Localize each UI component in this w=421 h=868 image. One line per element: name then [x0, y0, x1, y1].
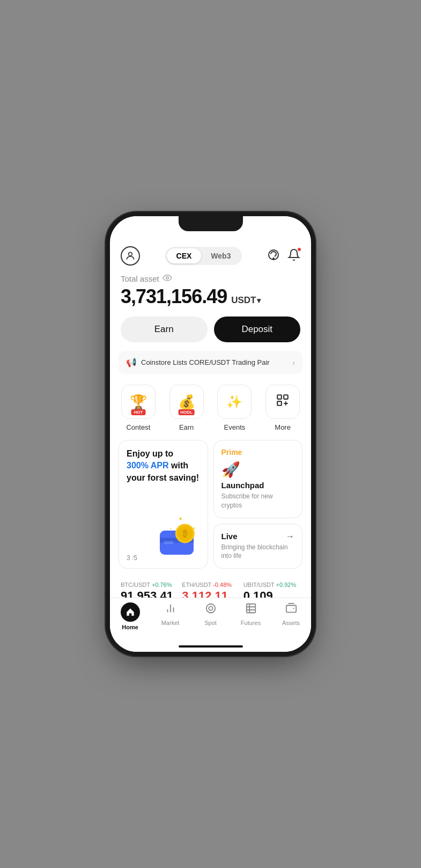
- earn-icon: 💰: [178, 394, 195, 410]
- eth-pair: ETH/USDT -0.48%: [182, 582, 239, 588]
- assets-nav-label: Assets: [282, 620, 300, 626]
- events-label: Events: [224, 423, 246, 431]
- svg-rect-6: [277, 401, 282, 406]
- svg-rect-5: [284, 395, 288, 399]
- svg-rect-4: [277, 395, 282, 399]
- announcement-text: Coinstore Lists CORE/USDT Trading Pair: [141, 358, 270, 366]
- btc-pair: BTC/USDT +0.76%: [121, 582, 178, 588]
- hodl-badge: HODL: [178, 409, 195, 415]
- svg-point-3: [166, 277, 168, 279]
- contest-icon-item[interactable]: 🏆 HOT Contest: [121, 385, 156, 431]
- home-indicator: [110, 641, 311, 652]
- btc-change: +0.76%: [152, 582, 172, 588]
- svg-text:✦: ✦: [169, 527, 172, 530]
- asset-amount-value: 3,731,156.49: [121, 285, 227, 308]
- btc-ticker[interactable]: BTC/USDT +0.76% 91,953.41: [119, 582, 180, 598]
- currency-dropdown-icon[interactable]: ▾: [257, 296, 261, 305]
- live-title: Live: [221, 532, 238, 541]
- live-arrow-icon: →: [286, 532, 294, 541]
- nav-market[interactable]: Market: [150, 602, 190, 630]
- assets-icon: [285, 602, 297, 617]
- earn-promo-text: Enjoy up to 300% APR with your forst sav…: [127, 448, 200, 484]
- spot-icon: [205, 602, 217, 617]
- eth-change: -0.48%: [213, 582, 232, 588]
- notification-dot: [297, 247, 301, 252]
- eth-price: 3,112.11: [182, 589, 239, 598]
- asset-currency[interactable]: USDT ▾: [231, 295, 261, 306]
- ubit-change: +0.92%: [276, 582, 297, 588]
- page-indicator: 3 /5: [127, 554, 137, 562]
- cex-tab[interactable]: CEX: [167, 248, 202, 263]
- earn-icon-item[interactable]: 💰 HODL Earn: [169, 385, 204, 431]
- events-icon-item[interactable]: ✨ Events: [217, 385, 252, 431]
- header-right-icons: [267, 248, 300, 263]
- more-icon-item[interactable]: More: [265, 385, 300, 431]
- nav-futures[interactable]: Futures: [231, 602, 271, 630]
- rocket-icon: 🚀: [221, 461, 295, 479]
- deposit-button[interactable]: Deposit: [214, 317, 301, 342]
- nav-home[interactable]: Home: [110, 602, 150, 630]
- action-buttons: Earn Deposit: [110, 314, 311, 351]
- svg-point-2: [273, 258, 274, 259]
- launchpad-desc: Subscribe for new cryptos: [221, 492, 295, 510]
- announcement-chevron-icon: ›: [292, 358, 295, 367]
- market-nav-label: Market: [161, 620, 180, 626]
- megaphone-icon: 📢: [126, 357, 137, 367]
- ubit-price: 0.109: [243, 589, 300, 598]
- eye-icon[interactable]: [163, 274, 172, 283]
- svg-point-0: [129, 252, 132, 256]
- home-nav-label: Home: [122, 624, 138, 630]
- coin-wallet-illustration: ✦ ✦ ✦ ₿: [155, 511, 203, 560]
- support-icon[interactable]: [267, 248, 280, 263]
- earn-button[interactable]: Earn: [121, 317, 208, 342]
- earn-label: Earn: [179, 423, 194, 431]
- svg-text:₿: ₿: [182, 528, 187, 538]
- ubit-pair: UBIT/USDT +0.92%: [243, 582, 300, 588]
- quick-access-grid: 🏆 HOT Contest 💰 HODL Earn ✨ Events: [110, 382, 311, 440]
- cex-web3-switcher[interactable]: CEX Web3: [165, 247, 242, 265]
- live-desc: Bringing the blockchain into life: [221, 543, 295, 561]
- svg-text:✦: ✦: [178, 516, 183, 522]
- nav-spot[interactable]: Spot: [190, 602, 231, 630]
- eth-ticker[interactable]: ETH/USDT -0.48% 3,112.11: [180, 582, 241, 598]
- svg-point-17: [209, 606, 212, 610]
- svg-rect-9: [164, 541, 173, 544]
- nav-assets[interactable]: Assets: [271, 602, 311, 630]
- btc-price: 91,953.41: [121, 589, 178, 598]
- header: CEX Web3: [110, 240, 311, 270]
- earn-promo-card[interactable]: Enjoy up to 300% APR with your forst sav…: [119, 440, 208, 569]
- prime-label: Prime: [221, 448, 295, 457]
- live-card[interactable]: Live → Bringing the blockchain into life: [213, 524, 303, 569]
- events-icon: ✨: [226, 394, 242, 409]
- hot-badge: HOT: [131, 409, 145, 415]
- futures-icon: [245, 602, 257, 617]
- announcement-banner[interactable]: 📢 Coinstore Lists CORE/USDT Trading Pair…: [119, 351, 302, 374]
- bottom-navigation: Home Market Spot: [110, 598, 311, 641]
- svg-rect-18: [246, 604, 255, 613]
- total-asset-label: Total asset: [121, 274, 159, 283]
- more-grid-icon: [276, 393, 290, 411]
- web3-tab[interactable]: Web3: [201, 248, 240, 263]
- market-icon: [165, 602, 176, 617]
- home-icon: [121, 602, 140, 622]
- launchpad-title: Launchpad: [221, 481, 295, 490]
- svg-rect-19: [286, 606, 296, 613]
- futures-nav-label: Futures: [241, 620, 261, 626]
- spot-nav-label: Spot: [204, 620, 217, 626]
- user-avatar-icon[interactable]: [121, 246, 140, 266]
- launchpad-card[interactable]: Prime 🚀 Launchpad Subscribe for new cryp…: [213, 440, 303, 518]
- asset-section: Total asset 3,731,156.49 USDT ▾: [110, 270, 311, 314]
- ticker-row: BTC/USDT +0.76% 91,953.41 ETH/USDT -0.48…: [110, 577, 311, 598]
- trophy-icon: 🏆: [130, 394, 147, 410]
- notification-bell-icon[interactable]: [287, 248, 300, 263]
- ubit-ticker[interactable]: UBIT/USDT +0.92% 0.109: [241, 582, 302, 598]
- more-label: More: [275, 423, 291, 431]
- svg-point-16: [206, 604, 215, 613]
- promo-cards-grid: Enjoy up to 300% APR with your forst sav…: [110, 440, 311, 577]
- contest-label: Contest: [126, 423, 150, 431]
